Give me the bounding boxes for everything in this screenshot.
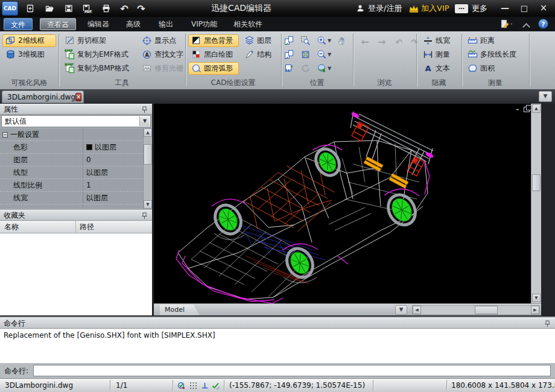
pan-hand-icon[interactable]	[335, 34, 349, 47]
property-row-layer[interactable]: 图层 0	[0, 154, 143, 166]
property-row-linetype[interactable]: 线型 以图层	[0, 166, 143, 179]
scroll-thumb[interactable]	[532, 174, 541, 191]
status-filename: 3DLamborgini.dwg	[5, 381, 73, 390]
scroll-down-icon[interactable]: ▼	[144, 200, 152, 209]
scroll-up-icon[interactable]: ▲	[532, 104, 541, 113]
viewport-vertical-scrollbar[interactable]: ▲ ▼	[531, 104, 541, 303]
zoom-window-icon[interactable]	[299, 34, 312, 47]
smooth-arc-button[interactable]: 圆滑弧形	[188, 62, 239, 75]
left-panel: 属性 默认值 ▼ − 一般设置 色彩 以图层 图层 0 线型 以图层 线型比例 …	[0, 104, 152, 315]
ortho-mode-icon[interactable]: ⊥	[200, 381, 210, 391]
tab-list-dropdown[interactable]: ▼	[539, 91, 552, 102]
column-header-path[interactable]: 路径	[80, 221, 94, 233]
page-redo-icon: ↷	[408, 36, 421, 48]
copy-as-emf-button[interactable]: EMF 复制为EMF格式	[62, 48, 135, 61]
collapse-ribbon-icon[interactable]	[522, 23, 530, 31]
chevron-down-icon[interactable]: ▼	[139, 116, 150, 126]
show-points-button[interactable]: 显示点	[139, 34, 183, 47]
scroll-thumb[interactable]	[475, 306, 498, 314]
layout-dropdown-icon[interactable]: ▼	[395, 305, 407, 315]
rotate-35-icon[interactable]: 35°	[282, 62, 296, 75]
maximize-button[interactable]: □	[516, 2, 532, 14]
login-link[interactable]: 登录/注册	[368, 4, 402, 13]
cad-viewport[interactable]: – ×	[154, 104, 531, 303]
menu-output[interactable]: 输出	[152, 18, 180, 30]
scroll-thumb[interactable]	[144, 144, 152, 165]
menu-file[interactable]: 文件	[4, 18, 33, 30]
hide-text-button[interactable]: A 文本	[420, 62, 457, 75]
properties-scrollbar[interactable]: ▲ ▼	[143, 128, 152, 209]
preset-dropdown[interactable]: 默认值 ▼	[1, 115, 151, 127]
menu-vip-features[interactable]: VIP功能	[185, 18, 224, 30]
layers-button[interactable]: 图层	[241, 34, 278, 47]
bw-drawing-button[interactable]: 黑白绘图	[188, 48, 239, 61]
grid-snap-icon[interactable]	[188, 381, 198, 391]
undo-icon[interactable]: ↶	[117, 2, 132, 14]
join-vip-link[interactable]: 加入VIP	[421, 4, 449, 13]
viewport-horizontal-scrollbar[interactable]: ◀ ▶	[412, 305, 540, 315]
column-divider[interactable]	[75, 221, 76, 233]
wireframe-2d-button[interactable]: 2维线框	[2, 34, 56, 47]
menu-related-software[interactable]: 相关软件	[227, 18, 269, 30]
pin-icon[interactable]	[141, 212, 148, 220]
copy-as-bmp-button[interactable]: BMP 复制为BMP格式	[62, 62, 135, 75]
column-header-name[interactable]: 名称	[4, 221, 19, 233]
collapse-icon[interactable]: −	[2, 132, 8, 138]
more-menu[interactable]: 更多	[472, 4, 487, 13]
property-row-lineweight[interactable]: 线宽 以图层	[0, 192, 143, 204]
close-button[interactable]: ×	[536, 2, 551, 14]
model-tab-label: Model	[165, 306, 185, 314]
menu-editor[interactable]: 编辑器	[81, 18, 116, 30]
copy-view-icon[interactable]	[282, 34, 296, 47]
group-label-position: 位置	[281, 78, 353, 87]
pin-icon[interactable]	[544, 320, 551, 327]
scroll-down-icon[interactable]: ▼	[532, 294, 541, 302]
favorites-list[interactable]	[0, 233, 152, 315]
menu-viewer[interactable]: 查看器	[40, 18, 76, 30]
hide-line-width-button[interactable]: 线宽	[420, 34, 457, 47]
scroll-up-icon[interactable]: ▲	[144, 128, 152, 137]
document-tab[interactable]: 3DLamborgini.dwg ×	[2, 90, 84, 103]
zoom-in-icon[interactable]: ▼	[315, 34, 333, 47]
pin-icon[interactable]	[141, 106, 148, 113]
tab-close-icon[interactable]: ×	[75, 93, 81, 101]
save-as-pdf-icon[interactable]: PDF	[80, 2, 94, 14]
new-file-icon[interactable]	[23, 2, 37, 14]
black-background-button[interactable]: 黑色背景	[188, 34, 239, 47]
save-icon[interactable]	[62, 2, 76, 14]
property-group-row[interactable]: − 一般设置	[0, 128, 143, 141]
area-button[interactable]: 面积	[465, 62, 527, 75]
hide-measure-button[interactable]: 测量	[420, 48, 457, 61]
mdi-minimize-icon[interactable]: –	[516, 106, 519, 113]
structure-button[interactable]: 结构	[241, 48, 278, 61]
help-icon[interactable]: ?	[538, 19, 548, 29]
model-tab[interactable]: Model	[160, 305, 200, 315]
edit-mode-icon[interactable]	[211, 381, 221, 391]
scroll-right-icon[interactable]: ▶	[531, 306, 539, 314]
paste-view-icon[interactable]	[282, 48, 296, 61]
polyline-length-button[interactable]: 多段线长度	[465, 48, 527, 61]
menu-advanced[interactable]: 高级	[119, 18, 147, 30]
zoom-out-icon[interactable]: ▼	[315, 48, 333, 61]
more-tools-icon[interactable]: …	[455, 4, 468, 13]
annotate-icon[interactable]	[500, 19, 515, 30]
redo-icon[interactable]: ↷	[134, 2, 148, 14]
clip-frame-button[interactable]: 剪切框架	[62, 34, 135, 47]
print-icon[interactable]	[99, 2, 113, 14]
property-row-color[interactable]: 色彩 以图层	[0, 141, 143, 154]
property-row-linetype-scale[interactable]: 线型比例 1	[0, 179, 143, 192]
open-file-icon[interactable]	[42, 2, 57, 14]
zoom-extents-icon[interactable]	[299, 48, 312, 61]
scroll-left-icon[interactable]: ◀	[413, 306, 421, 314]
view-3d-button[interactable]: 3维视图	[2, 48, 56, 61]
minimize-button[interactable]: —	[497, 2, 513, 14]
command-log[interactable]: Replacement of the [Geniso.SHX] font wit…	[0, 328, 555, 363]
command-input[interactable]	[33, 365, 551, 376]
find-text-button[interactable]: A 查找文字	[139, 48, 183, 61]
preset-value: 默认值	[5, 117, 27, 125]
user-account-icon[interactable]	[354, 2, 368, 14]
mdi-restore-icon[interactable]	[524, 107, 530, 112]
object-snap-icon[interactable]	[176, 381, 186, 391]
distance-button[interactable]: 距离	[465, 34, 527, 47]
orbit-3d-icon[interactable]: ▼	[315, 62, 333, 75]
